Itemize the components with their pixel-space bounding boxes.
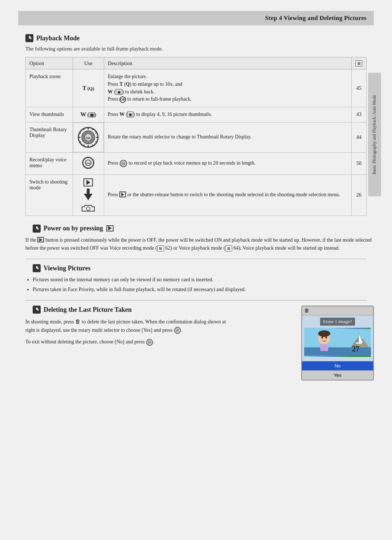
viewing-section: ✎ Viewing Pictures Pictures stored in th… [25,264,374,294]
dialog-top-bar: 🗑 [302,306,373,315]
svg-point-10 [95,132,97,133]
page-ref-playback-zoom: 45 [351,69,366,107]
dialog-buttons: No Yes [302,361,373,380]
svg-text:OK: OK [86,162,90,165]
camera-dialog: 🗑 Erase 1 image? [301,306,374,380]
svg-point-14 [88,145,89,146]
svg-rect-39 [320,344,328,351]
playback-mode-section: ✎ Playback Mode The following options ar… [18,34,374,216]
book-reference-icon: ⊠ [355,60,362,67]
power-title: ✎ Power on by pressing [33,225,374,233]
viewing-bullets: Pictures stored in the internal memory c… [33,276,374,294]
page-ref-shoot: 26 [351,174,366,215]
deleting-section: ✎ Deleting the Last Picture Taken 🗑 Eras… [25,306,374,346]
side-tab: Basic Photography and Playback: Auto Mod… [368,73,381,196]
svg-point-16 [80,141,81,142]
dialog-erase-text: Erase 1 image? [320,318,355,326]
use-cell-playback-zoom: T (Q) [73,69,104,107]
svg-point-18 [80,132,81,133]
arrow-down-icon [83,189,93,202]
svg-point-12 [95,141,97,142]
col-use: Use [73,57,104,69]
col-description: Description [104,57,351,69]
intro-text: The following options are available in f… [25,46,374,52]
use-cell-thumbnails: W (▣) [73,107,104,122]
table-row: View thumbnails W (▣) Press W (▣) to dis… [26,107,367,122]
svg-point-27 [86,207,90,210]
page-ref-thumbnails: 43 [351,107,366,122]
use-cell-shoot [73,174,104,215]
power-icon: ✎ [33,225,41,233]
dialog-no-button[interactable]: No [302,361,373,370]
divider [25,259,367,259]
svg-point-19 [83,129,85,130]
svg-marker-26 [84,189,93,200]
option-cell-shoot: Switch to shootingmode [26,174,73,215]
table-row: Record/play voicememo OK Press OK to rec… [26,152,367,174]
options-table: Option Use Description ⊠ Playback zoom T… [25,57,367,216]
use-cell-voice: OK [73,152,104,174]
power-play-icon [106,225,114,231]
desc-cell-shoot: Press or the shutter-release button to s… [104,174,351,215]
svg-point-38 [325,337,327,339]
ok-button-icon: OK [82,156,95,169]
svg-point-8 [88,128,89,129]
trash-icon: 🗑 [304,308,309,314]
svg-point-9 [92,129,93,130]
camera-outline-icon [81,204,95,212]
desc-cell-voice: Press OK to record or play back voice me… [104,152,351,174]
ok-btn-small: OK [119,96,126,103]
deleting-text1: In shooting mode, press 🗑 to delete the … [25,317,229,334]
table-row: Switch to shootingmode [26,174,367,215]
deleting-icon: ✎ [33,306,41,314]
ok-icon-inline: OK [174,327,181,334]
list-item: Pictures taken in Face Priority, while i… [33,286,374,294]
dialog-image [304,328,371,357]
svg-rect-32 [356,342,362,344]
option-cell-rotary: Thumbnail RotaryDisplay [26,122,73,152]
power-text: If the button is pressed continuously wh… [25,236,374,253]
viewing-title: ✎ Viewing Pictures [33,264,374,272]
power-section: ✎ Power on by pressing If the button is … [25,225,374,253]
svg-point-15 [83,144,85,145]
play-box-icon [83,178,93,186]
desc-cell-rotary: Rotate the rotary multi selector to chan… [104,122,351,152]
col-page: ⊠ [351,57,366,69]
playback-icon: ✎ [25,34,33,42]
desc-cell-thumbnails: Press W (▣) to display 4, 9, 16 picture … [104,107,351,122]
option-cell-thumbnails: View thumbnails [26,107,73,122]
option-cell-playback-zoom: Playback zoom [26,69,73,107]
side-tab-text: Basic Photography and Playback: Auto Mod… [372,95,377,174]
svg-text:OK: OK [176,330,179,332]
svg-point-11 [97,137,98,138]
list-item: Pictures stored in the internal memory c… [33,276,374,284]
ok-icon-inline2: OK [146,339,153,346]
dialog-content: Erase 1 image? [302,315,373,361]
page-ref-voice: 50 [351,152,366,174]
option-cell-voice: Record/play voicememo [26,152,73,174]
table-row: Playback zoom T (Q) Enlarge the picture.… [26,69,367,107]
svg-point-17 [79,137,80,138]
svg-text:OK: OK [122,163,125,165]
svg-point-36 [318,330,330,337]
rotary-dial-icon: OK [77,126,99,148]
svg-point-13 [92,144,93,145]
page-ref-rotary: 44 [351,122,366,152]
header-title: Step 4 Viewing and Deleting Pictures [265,15,367,21]
viewing-icon: ✎ [33,264,41,272]
svg-text:OK: OK [86,136,91,140]
svg-text:OK: OK [148,342,151,343]
dialog-scene-svg [304,328,371,357]
use-cell-rotary: OK [73,122,104,152]
page-header: Step 4 Viewing and Deleting Pictures [18,11,374,25]
playback-section-title: ✎ Playback Mode [25,34,374,42]
deleting-text2: To exit without deleting the picture, ch… [25,338,229,346]
svg-point-37 [321,337,323,339]
page-number: 27 [352,345,359,353]
dialog-yes-button[interactable]: Yes [302,370,373,380]
ok-inline-icon: OK [119,160,127,168]
table-row: Thumbnail RotaryDisplay OK [26,122,367,152]
svg-rect-29 [304,347,371,356]
desc-cell-playback-zoom: Enlarge the picture. Press T (Q) to enla… [104,69,351,107]
divider2 [25,300,367,301]
